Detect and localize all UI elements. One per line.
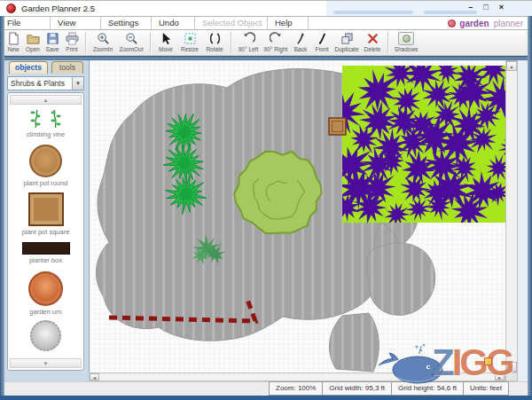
status-grid-height: Grid height: 54,6 ft (392, 382, 464, 395)
print-button[interactable]: Print (63, 32, 81, 52)
canvas-vertical-scrollbar[interactable]: ▲ ▼ (505, 60, 518, 373)
shadows-icon (398, 32, 414, 45)
list-item-garden-urn[interactable]: garden urn (8, 268, 83, 318)
status-bar: Zoom: 100% Grid width: 95,3 ft Grid heig… (269, 381, 509, 396)
maximize-button[interactable]: □ (483, 3, 488, 12)
menu-bar: File View Settings Undo Selected Object … (0, 16, 532, 30)
list-item-label: plant pot round (15, 179, 77, 187)
chevron-down-icon[interactable]: ▼ (72, 77, 83, 90)
zoom-out-icon (125, 32, 138, 45)
scroll-up-icon[interactable]: ▲ (506, 61, 517, 71)
close-button[interactable]: × (499, 3, 504, 12)
open-folder-icon (27, 32, 40, 45)
save-button[interactable]: Save (43, 32, 61, 52)
zoom-out-button[interactable]: ZoomOut (117, 32, 145, 52)
rotate-left-icon (242, 32, 255, 45)
canvas-square-pot[interactable] (329, 118, 346, 135)
list-item-label: plant pot square (15, 228, 77, 236)
menu-help[interactable]: Help (268, 17, 309, 29)
list-item-gray-pot[interactable] (8, 318, 83, 351)
menu-undo[interactable]: Undo (152, 17, 195, 29)
background-page-fragment: – □ × (326, 1, 532, 16)
send-back-button[interactable]: Back (291, 32, 310, 52)
list-item-plant-pot-round[interactable]: plant pot round (8, 141, 83, 190)
brand-logo-text2: planner (494, 19, 523, 28)
background-decor (333, 11, 413, 14)
garden-planner-window: Garden Planner 2.5 – □ × File View Setti… (0, 0, 532, 400)
status-zoom: Zoom: 100% (270, 382, 323, 395)
list-item-label: planter box (15, 256, 77, 264)
print-icon (66, 32, 79, 45)
zoom-in-icon (97, 32, 110, 45)
bring-front-button[interactable]: Front (312, 32, 332, 52)
category-dropdown-value: Shrubs & Plants (8, 79, 72, 88)
menu-file[interactable]: File (0, 17, 51, 29)
list-item-planter-box[interactable]: planter box (8, 239, 83, 267)
menu-selected-object: Selected Object (195, 17, 268, 29)
open-button[interactable]: Open (24, 32, 42, 52)
send-back-icon (294, 32, 308, 45)
duplicate-button[interactable]: Duplicate (333, 32, 360, 52)
rotate-90-right-button[interactable]: 90° Right (262, 32, 289, 52)
menu-settings[interactable]: Settings (101, 17, 152, 29)
list-item-label: climbing vine (15, 130, 77, 138)
status-grid-width: Grid width: 95,3 ft (323, 382, 392, 395)
garden-urn-icon (28, 271, 63, 306)
plant-pot-square-icon (28, 192, 64, 226)
gray-pot-icon (30, 320, 61, 351)
rotate-icon (208, 32, 222, 45)
list-item-plant-pot-square[interactable]: plant pot square (8, 191, 83, 239)
window-title: Garden Planner 2.5 (21, 4, 95, 13)
rotate-button[interactable]: Rotate (203, 32, 226, 52)
window-frame-gap (518, 60, 528, 396)
list-item-label: garden urn (15, 308, 77, 316)
object-list-panel: ▲ climbing vine plant pot round (7, 92, 84, 371)
new-button[interactable]: New (4, 32, 22, 52)
app-icon (6, 4, 16, 13)
minimize-button[interactable]: – (468, 3, 473, 12)
delete-button[interactable]: Delete (362, 32, 383, 52)
window-frame-right (528, 16, 532, 396)
list-scroll-down-button[interactable]: ▼ (10, 358, 82, 368)
save-floppy-icon (46, 32, 59, 45)
ground-cover-patch[interactable] (324, 60, 506, 231)
move-button[interactable]: Move (155, 32, 176, 52)
scroll-down-icon[interactable]: ▼ (506, 362, 517, 372)
list-item-climbing-vine[interactable]: climbing vine (8, 105, 83, 141)
background-page-bottom (0, 396, 532, 400)
shadows-toggle[interactable]: Shadows (393, 32, 419, 52)
resize-icon (184, 32, 197, 45)
list-scroll-up-button[interactable]: ▲ (10, 95, 82, 105)
scrollbar-corner (505, 373, 518, 381)
plant-pot-round-icon (29, 145, 62, 177)
scroll-right-icon[interactable]: ► (495, 373, 505, 380)
plan-canvas[interactable] (89, 60, 505, 373)
canvas-horizontal-scrollbar[interactable]: ◄ ► (89, 373, 505, 381)
title-bar: Garden Planner 2.5 – □ × (0, 1, 532, 16)
rotate-90-left-button[interactable]: 90° Left (236, 32, 261, 52)
bring-front-icon (316, 32, 329, 45)
planter-box-icon (22, 242, 70, 255)
zoom-in-button[interactable]: ZoomIn (90, 32, 115, 52)
tab-objects[interactable]: objects (9, 61, 48, 74)
rotate-right-icon (270, 32, 283, 45)
climbing-vine-icon (27, 107, 66, 129)
brand-logo-text: garden (459, 19, 489, 28)
scroll-left-icon[interactable]: ◄ (90, 373, 99, 380)
brand-logo: gardenplanner (309, 17, 532, 29)
tab-tools[interactable]: tools (51, 61, 83, 74)
move-cursor-icon (160, 32, 173, 45)
menu-view[interactable]: View (51, 17, 101, 29)
status-units: Units: feet (464, 382, 508, 395)
category-dropdown[interactable]: Shrubs & Plants ▼ (7, 76, 84, 90)
resize-button[interactable]: Resize (178, 32, 201, 52)
duplicate-icon (340, 32, 354, 45)
brand-logo-icon (448, 20, 456, 27)
delete-x-icon (366, 32, 379, 45)
new-document-icon (7, 32, 20, 45)
toolbar: New Open Save Print ZoomIn Zoo (0, 30, 532, 56)
